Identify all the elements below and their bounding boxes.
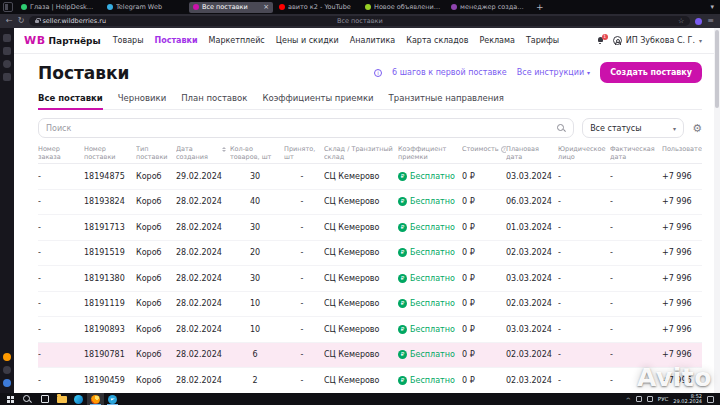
nav-item[interactable]: Маркетплейс [209,36,265,45]
supply-row[interactable]: -18191519Короб28.02.202420-СЦ Кемерово₽Б… [38,241,702,267]
user-name: ИП Зубкова С. Г. [626,36,695,45]
firefox-button[interactable] [87,393,104,405]
task-view-button[interactable] [36,393,53,405]
cell-user-phone: +7 996 [662,197,702,206]
nav-item[interactable]: Товары [113,36,144,45]
address-bar-title: Все поставки [29,17,690,25]
column-header[interactable]: Номер поставки [84,146,136,161]
strip-icon[interactable] [3,366,11,374]
table-settings-gear-icon[interactable]: ⚙ [692,123,702,134]
cell-created-date: 28.02.2024 [176,274,230,283]
column-header[interactable]: Плановая дата [506,146,558,161]
wb-header: WB Партнёры ТоварыПоставкиМаркетплейсЦен… [14,28,714,54]
strip-icon[interactable] [3,34,11,42]
wb-logo[interactable]: WB Партнёры [24,34,101,47]
browser-tab[interactable]: Глаза | HelpDeskEddy [17,2,101,13]
create-supply-button[interactable]: Создать поставку [600,62,702,83]
cell-created-date: 28.02.2024 [176,197,230,206]
supplies-tab[interactable]: Транзитные направления [389,93,504,109]
start-button[interactable] [2,393,19,405]
cell-order-number: - [38,197,84,206]
browser-tab[interactable]: Telegram Web [103,2,187,13]
supply-row[interactable]: -18190781Короб28.02.20246-СЦ Кемерово₽Бе… [38,343,702,369]
supply-row[interactable]: -18193824Короб28.02.202440-СЦ Кемерово₽Б… [38,190,702,216]
nav-item[interactable]: Аналитика [350,36,396,45]
tray-icon[interactable] [636,396,642,402]
file-explorer-button[interactable] [53,393,70,405]
browser-tab[interactable]: менеджер создания кар... [447,2,531,13]
extension-icon[interactable] [695,18,702,25]
nav-item[interactable]: Реклама [479,36,515,45]
column-header[interactable]: Юридическое лицо [558,146,610,161]
tab-list-chevron-icon[interactable]: ▾ [710,3,714,11]
tray-icon[interactable] [647,396,653,402]
action-center-icon[interactable] [707,396,714,403]
notifications-button[interactable]: 1 [597,37,604,44]
browser-menu-icon[interactable]: ≡ [707,17,714,25]
column-header[interactable]: Коэффициент приемки [398,146,462,161]
supply-row[interactable]: -18191380Короб28.02.202430-СЦ Кемерово₽Б… [38,266,702,292]
supply-row[interactable]: -18191713Короб28.02.202430-СЦ Кемерово₽Б… [38,215,702,241]
bookmark-star-icon[interactable]: ☆ [678,17,684,25]
tray-expand-icon[interactable]: ^ [626,396,631,403]
supply-row[interactable]: -18190459Короб28.02.20242-СЦ Кемерово₽Бе… [38,368,702,393]
user-menu[interactable]: ИП Зубкова С. Г. ▾ [613,36,702,45]
cell-warehouse: СЦ Кемерово [324,172,398,181]
supplies-tab[interactable]: Черновики [118,93,166,109]
back-icon[interactable]: ← [6,17,13,25]
column-header[interactable]: Стоимость? [462,146,506,154]
supplies-tab[interactable]: Коэффициенты приемки [262,93,373,109]
instructions-link[interactable]: Все инструкции ▾ [517,68,590,77]
refresh-icon[interactable]: ↻ [18,17,25,25]
telegram-button[interactable] [104,393,121,405]
supply-row[interactable]: -18190893Короб28.02.202410-СЦ Кемерово₽Б… [38,317,702,343]
column-header[interactable]: Склад / Транзитный склад [324,146,398,161]
cell-created-date: 28.02.2024 [176,325,230,334]
first-supply-steps-link[interactable]: 6 шагов к первой поставке [392,68,507,77]
strip-icon[interactable] [3,379,11,387]
clock[interactable]: 8:52 29.02.2024 [673,394,702,405]
cell-actual-date: - [610,197,662,206]
ruble-coin-icon: ₽ [398,223,407,232]
column-header[interactable]: Тип поставки [136,146,176,161]
cell-cost: 0 ₽ [462,274,506,283]
nav-item[interactable]: Тарифы [526,36,559,45]
cell-order-number: - [38,325,84,334]
scrollbar-thumb[interactable] [715,30,719,108]
column-header[interactable]: Дата создания [176,146,230,161]
strip-icon[interactable] [3,60,11,68]
taskbar-search-button[interactable] [19,393,36,405]
supply-row[interactable]: -18194875Короб29.02.202430-СЦ Кемерово₽Б… [38,164,702,190]
nav-item[interactable]: Поставки [155,36,198,45]
column-header[interactable]: Принято, шт [284,146,324,161]
nav-item[interactable]: Цены и скидки [276,36,339,45]
column-header[interactable]: Пользователь [662,146,702,154]
search-input[interactable] [46,124,557,133]
edge-button[interactable] [70,393,87,405]
new-tab-button[interactable]: + [533,3,547,12]
vertical-tabs-sidebar-icon[interactable] [3,2,13,12]
tab-close-icon[interactable]: × [263,3,269,11]
strip-icon[interactable] [3,47,11,55]
search-field[interactable] [38,118,574,138]
supply-row[interactable]: -18191119Короб28.02.202410-СЦ Кемерово₽Б… [38,292,702,318]
header-right: 1 ИП Зубкова С. Г. ▾ [597,36,702,45]
browser-tab[interactable]: Все поставки× [189,2,273,13]
browser-tab[interactable]: Новое объявление — Об... [361,2,445,13]
column-header[interactable]: Кол-во товаров, шт [230,146,284,161]
column-header[interactable]: Номер заказа [38,146,84,161]
cell-legal-entity: - [558,172,610,181]
nav-item[interactable]: Карта складов [406,36,468,45]
cell-accepted-count: - [284,299,324,308]
supplies-tab[interactable]: Все поставки [38,93,103,110]
url-bar[interactable]: seller.wildberries.ru Все поставки ☆ [29,16,690,26]
browser-tab[interactable]: авито к2 - YouTube [275,2,359,13]
status-filter-select[interactable]: Все статусы ▾ [582,118,684,138]
strip-icon[interactable] [3,353,11,361]
language-indicator[interactable]: РУС [658,396,669,402]
page-scrollbar[interactable] [714,28,720,393]
tab-favicon-icon [451,4,457,10]
supplies-tab[interactable]: План поставок [181,93,247,109]
strip-icon[interactable] [3,73,11,81]
column-header[interactable]: Фактическая дата [610,146,662,161]
